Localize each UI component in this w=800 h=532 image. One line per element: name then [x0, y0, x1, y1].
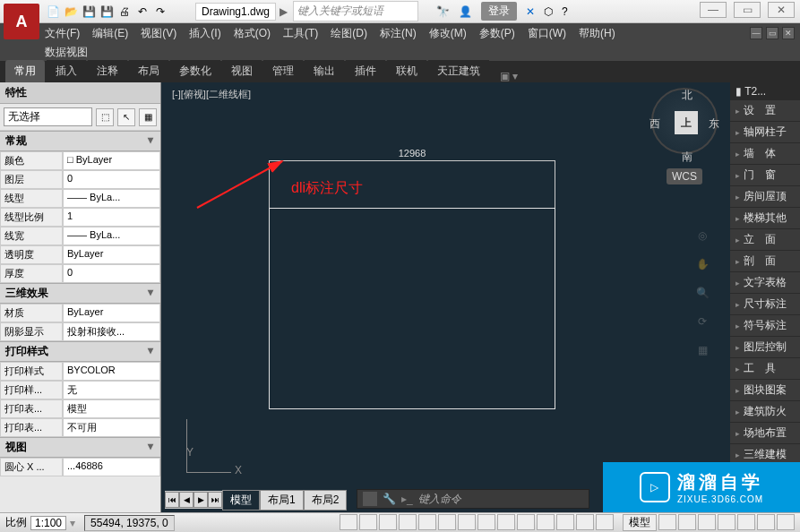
- sc-icon[interactable]: [596, 514, 614, 530]
- ribbon-tab[interactable]: 参数化: [170, 60, 220, 82]
- ribbon-tab[interactable]: 布局: [129, 60, 168, 82]
- 3dosnap-icon[interactable]: [458, 514, 476, 530]
- menu-item[interactable]: 帮助(H): [579, 26, 615, 41]
- tool-palette-item[interactable]: 场地布置: [730, 423, 800, 444]
- menu-item[interactable]: 格式(O): [234, 26, 271, 41]
- tool-palette-item[interactable]: 门 窗: [730, 165, 800, 186]
- viewport-label[interactable]: [-][俯视][二维线框]: [172, 88, 251, 101]
- annotation-scale-icon[interactable]: [678, 514, 696, 530]
- rectangle-entity[interactable]: [269, 208, 555, 409]
- property-section-header[interactable]: 常规: [0, 131, 160, 151]
- layout-quick-view-icon[interactable]: [658, 514, 676, 530]
- layout-tab[interactable]: 布局2: [304, 490, 348, 511]
- qat-redo-icon[interactable]: ↷: [152, 4, 168, 20]
- selection-dropdown[interactable]: 无选择: [4, 107, 92, 126]
- property-value[interactable]: 无: [63, 381, 160, 399]
- isolate-icon[interactable]: [757, 514, 775, 530]
- ribbon-tab[interactable]: 视图: [222, 60, 262, 82]
- ribbon-tab[interactable]: 管理: [263, 60, 303, 82]
- menu-item[interactable]: 修改(M): [429, 26, 467, 41]
- property-section-header[interactable]: 打印样式: [0, 341, 160, 362]
- lwt-icon[interactable]: [537, 514, 555, 530]
- layout-nav-first[interactable]: ⏮: [165, 492, 179, 508]
- doc-close-button[interactable]: ✕: [782, 27, 795, 39]
- sub-menu-dataview[interactable]: 数据视图: [45, 45, 88, 60]
- qat-print-icon[interactable]: 🖨: [116, 4, 133, 20]
- ribbon-tab[interactable]: 注释: [88, 60, 127, 82]
- app-logo[interactable]: A: [4, 4, 39, 39]
- ribbon-tab[interactable]: 联机: [387, 60, 426, 82]
- ribbon-tab[interactable]: 插入: [47, 60, 86, 82]
- cmd-close-icon[interactable]: [363, 492, 377, 506]
- tool-palette-item[interactable]: 轴网柱子: [730, 122, 800, 143]
- scale-value[interactable]: 1:100: [30, 516, 66, 530]
- lock-ui-icon[interactable]: [718, 514, 735, 530]
- exchange-icon[interactable]: ✕: [526, 5, 535, 18]
- property-value[interactable]: —— ByLa...: [63, 227, 160, 245]
- layout-tab[interactable]: 布局1: [260, 490, 304, 511]
- snap-icon[interactable]: [359, 514, 377, 530]
- property-value[interactable]: 0: [63, 264, 160, 283]
- toggle-pickadd-icon[interactable]: ▦: [139, 108, 157, 126]
- property-value[interactable]: 不可用: [63, 418, 160, 437]
- ribbon-options-icon[interactable]: ▣ ▾: [500, 70, 518, 82]
- qat-new-icon[interactable]: 📄: [45, 4, 61, 20]
- ducs-icon[interactable]: [497, 514, 515, 530]
- layout-nav-prev[interactable]: ◀: [179, 492, 194, 508]
- tool-palette-item[interactable]: 尺寸标注: [730, 294, 800, 315]
- play-icon[interactable]: ▶: [280, 5, 288, 18]
- menu-item[interactable]: 标注(N): [380, 26, 417, 41]
- menu-item[interactable]: 视图(V): [141, 26, 176, 41]
- property-value[interactable]: ...46886: [63, 458, 160, 476]
- wcs-badge[interactable]: WCS: [667, 168, 702, 184]
- quick-select-icon[interactable]: ⬚: [96, 108, 114, 126]
- tool-palette-item[interactable]: 设 置: [730, 100, 800, 122]
- menu-item[interactable]: 窗口(W): [528, 26, 566, 41]
- property-value[interactable]: ByLayer: [63, 245, 160, 264]
- property-value[interactable]: 1: [63, 208, 160, 227]
- grid-icon[interactable]: [379, 514, 397, 530]
- clean-screen-icon[interactable]: [777, 514, 795, 530]
- property-section-header[interactable]: 视图: [0, 437, 160, 458]
- tool-palette-item[interactable]: 楼梯其他: [730, 208, 800, 229]
- command-input[interactable]: 键入命令: [418, 492, 461, 507]
- tpy-icon[interactable]: [556, 514, 574, 530]
- property-value[interactable]: ByLayer: [63, 304, 160, 322]
- tool-palette-item[interactable]: 建筑防火: [730, 401, 800, 423]
- doc-minimize-button[interactable]: —: [750, 27, 762, 39]
- property-value[interactable]: BYCOLOR: [63, 362, 160, 381]
- tool-palette-item[interactable]: 图块图案: [730, 380, 800, 401]
- menu-item[interactable]: 绘图(D): [331, 26, 367, 41]
- otrack-icon[interactable]: [477, 514, 495, 530]
- tool-palette-item[interactable]: 立 面: [730, 229, 800, 251]
- layout-tab[interactable]: 模型: [222, 490, 260, 511]
- model-space-button[interactable]: 模型: [623, 514, 657, 531]
- tool-palette-item[interactable]: 文字表格: [730, 272, 800, 294]
- doc-restore-button[interactable]: ▭: [766, 27, 778, 39]
- tool-palette-item[interactable]: 房间屋顶: [730, 186, 800, 208]
- steering-wheel-icon[interactable]: ◎: [692, 226, 712, 245]
- menu-item[interactable]: 工具(T): [283, 26, 318, 41]
- tool-palette-title[interactable]: ▮ T2...: [730, 82, 800, 100]
- tool-palette-item[interactable]: 剖 面: [730, 251, 800, 272]
- help-icon[interactable]: ?: [562, 5, 568, 18]
- qat-save-icon[interactable]: 💾: [81, 4, 97, 20]
- tool-palette-item[interactable]: 墙 体: [730, 143, 800, 165]
- qat-saveas-icon[interactable]: 💾: [99, 4, 115, 20]
- osnap-icon[interactable]: [438, 514, 456, 530]
- ribbon-tab[interactable]: 天正建筑: [428, 60, 489, 82]
- property-value[interactable]: 模型: [63, 399, 160, 418]
- workspace-icon[interactable]: [698, 514, 716, 530]
- property-value[interactable]: 0: [63, 170, 160, 189]
- zoom-icon[interactable]: 🔍: [692, 283, 712, 303]
- menu-item[interactable]: 编辑(E): [92, 26, 128, 41]
- layout-nav-last[interactable]: ⏭: [208, 492, 222, 508]
- binoculars-icon[interactable]: 🔭: [436, 5, 450, 18]
- ribbon-tab[interactable]: 常用: [5, 60, 45, 82]
- menu-item[interactable]: 文件(F): [45, 26, 80, 41]
- cmd-tools-icon[interactable]: 🔧: [383, 493, 396, 505]
- close-button[interactable]: ✕: [768, 2, 795, 18]
- polar-icon[interactable]: [418, 514, 436, 530]
- view-cube[interactable]: 北 南 西 东 上 WCS: [651, 88, 718, 168]
- search-input[interactable]: 键入关键字或短语: [293, 1, 418, 21]
